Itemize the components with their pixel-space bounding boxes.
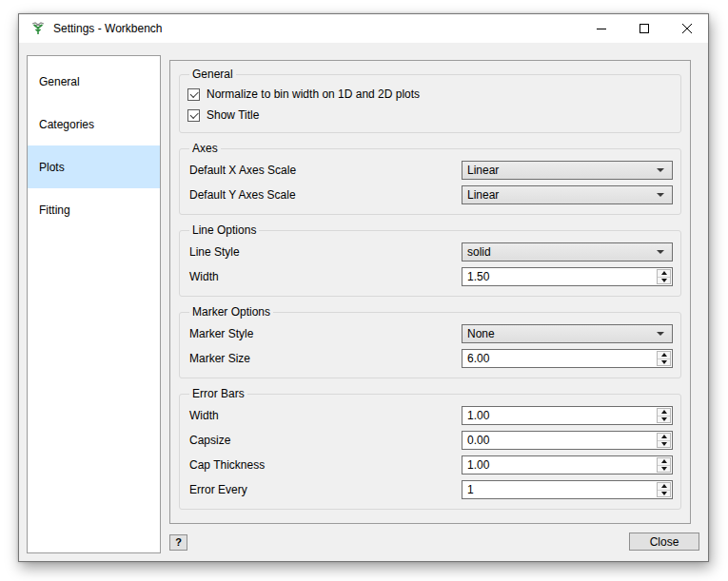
settings-dialog-window: Settings - Workbench GeneralCategoriesPl… [18,13,709,562]
spin-buttons [657,408,671,423]
group-general: GeneralNormalize to bin width on 1D and … [179,68,681,133]
spin-down-icon[interactable] [658,441,670,448]
spin-down-icon[interactable] [658,416,670,423]
chevron-down-icon [657,332,664,336]
settings-row: Width1.00 [187,403,673,428]
line-options-line-style-combo[interactable]: solid [462,242,673,261]
settings-row: Normalize to bin width on 1D and 2D plot… [187,84,673,105]
spin-buttons [657,433,671,448]
settings-row: Line Stylesolid [187,240,673,264]
help-button[interactable]: ? [169,534,187,551]
settings-row: Marker StyleNone [187,321,673,346]
error-bars-width-spinbox[interactable]: 1.00 [462,406,673,425]
checkbox-label[interactable]: Normalize to bin width on 1D and 2D plot… [207,87,420,101]
group-line-options: Line OptionsLine StylesolidWidth1.50 [179,223,681,297]
spinbox-value[interactable]: 1.50 [462,270,489,283]
settings-row: Cap Thickness1.00 [187,453,673,477]
combo-value: None [462,327,657,340]
spinbox-value[interactable]: 1 [462,483,474,496]
marker-options-marker-size-spinbox[interactable]: 6.00 [462,349,673,368]
spin-down-icon[interactable] [658,491,670,497]
show-title-checkbox[interactable] [187,109,200,122]
error-bars-capsize-spinbox[interactable]: 0.00 [462,431,673,450]
spin-down-icon[interactable] [658,466,670,473]
group-title: General [189,68,236,81]
spin-buttons [657,482,671,497]
spin-buttons [657,351,671,366]
maximize-icon[interactable] [622,14,665,43]
spin-buttons [657,457,671,473]
minimize-icon[interactable] [580,14,622,43]
spinbox-value[interactable]: 1.00 [462,409,489,422]
chevron-down-icon [657,193,664,197]
field-label: Default Y Axes Scale [187,188,462,202]
checkbox-label[interactable]: Show Title [207,108,259,122]
normalize-to-bin-width-on-1d-and-2d-plots-checkbox[interactable] [187,88,200,101]
spinbox-value[interactable]: 1.00 [462,458,489,472]
sidebar-item-plots[interactable]: Plots [28,145,160,188]
sidebar-item-label: General [39,75,80,88]
spin-up-icon[interactable] [658,458,670,466]
spin-up-icon[interactable] [658,270,670,278]
window-title: Settings - Workbench [53,22,163,35]
error-bars-cap-thickness-spinbox[interactable]: 1.00 [462,455,673,474]
spinbox-value[interactable]: 6.00 [462,352,489,365]
chevron-down-icon [657,168,664,172]
spinbox-value[interactable]: 0.00 [462,434,489,447]
combo-value: solid [462,245,657,259]
sidebar-item-label: Plots [39,161,65,174]
chevron-down-icon [657,250,664,254]
field-label: Cap Thickness [187,458,462,472]
window-titlebar[interactable]: Settings - Workbench [19,14,708,43]
line-options-width-spinbox[interactable]: 1.50 [462,267,673,286]
settings-row: Error Every1 [187,477,673,502]
spin-up-icon[interactable] [658,409,670,416]
spin-up-icon[interactable] [658,483,670,491]
spin-down-icon[interactable] [658,278,670,284]
group-title: Marker Options [189,305,273,319]
spin-buttons [657,269,671,284]
spin-up-icon[interactable] [658,434,670,441]
mantid-logo-icon [31,22,45,35]
group-axes: AxesDefault X Axes ScaleLinearDefault Y … [179,142,681,215]
settings-row: Default Y Axes ScaleLinear [187,183,673,207]
combo-value: Linear [462,164,657,177]
settings-row: Width1.50 [187,264,673,289]
spin-down-icon[interactable] [658,359,670,366]
field-label: Marker Style [187,327,462,340]
sidebar-item-general[interactable]: General [28,60,160,103]
group-title: Line Options [189,223,259,237]
marker-options-marker-style-combo[interactable]: None [462,324,673,343]
group-title: Axes [189,142,221,155]
group-marker-options: Marker OptionsMarker StyleNoneMarker Siz… [179,305,681,378]
combo-value: Linear [462,188,657,202]
close-button[interactable]: Close [629,533,699,551]
sidebar-item-label: Fitting [39,203,70,217]
field-label: Capsize [187,434,462,447]
settings-row: Marker Size6.00 [187,346,673,371]
settings-category-list: GeneralCategoriesPlotsFitting [27,55,161,553]
sidebar-item-fitting[interactable]: Fitting [28,188,160,231]
sidebar-item-label: Categories [39,118,94,131]
spin-up-icon[interactable] [658,352,670,359]
field-label: Width [187,409,462,422]
group-title: Error Bars [189,387,247,400]
plots-settings-panel: GeneralNormalize to bin width on 1D and … [169,60,691,524]
field-label: Width [187,270,462,283]
sidebar-item-categories[interactable]: Categories [28,103,160,145]
close-window-icon[interactable] [665,14,708,43]
settings-row: Show Title [187,105,673,126]
field-label: Marker Size [187,352,462,365]
caption-buttons [580,14,708,43]
settings-row: Default X Axes ScaleLinear [187,158,673,183]
axes-default-y-axes-scale-combo[interactable]: Linear [462,185,673,204]
axes-default-x-axes-scale-combo[interactable]: Linear [462,161,673,180]
field-label: Line Style [187,245,462,259]
group-error-bars: Error BarsWidth1.00Capsize0.00Cap Thickn… [179,387,681,510]
field-label: Default X Axes Scale [187,164,462,177]
settings-row: Capsize0.00 [187,428,673,453]
field-label: Error Every [187,483,462,496]
error-bars-error-every-spinbox[interactable]: 1 [462,480,673,499]
